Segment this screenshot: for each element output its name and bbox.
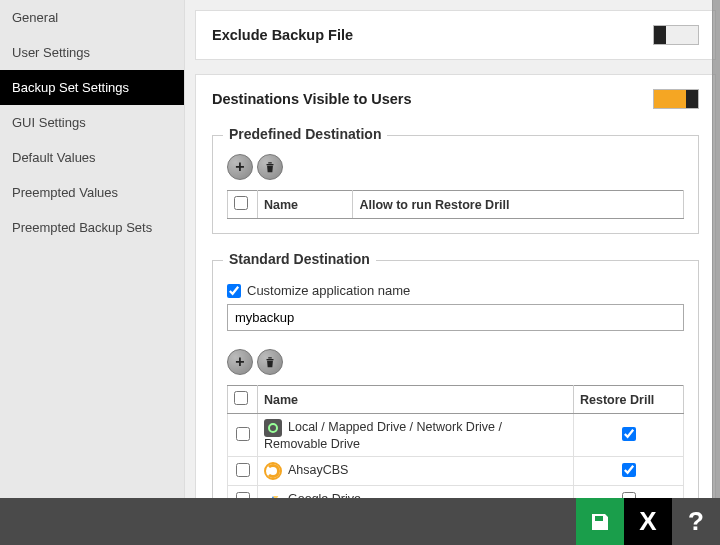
predefined-delete-button[interactable] bbox=[257, 154, 283, 180]
sidebar-item-preempted-values[interactable]: Preempted Values bbox=[0, 175, 184, 210]
sidebar-item-gui-settings[interactable]: GUI Settings bbox=[0, 105, 184, 140]
predefined-name-header: Name bbox=[258, 191, 353, 219]
predefined-table: Name Allow to run Restore Drill bbox=[227, 190, 684, 219]
table-row: Local / Mapped Drive / Network Drive / R… bbox=[228, 414, 684, 457]
standard-add-button[interactable]: + bbox=[227, 349, 253, 375]
close-button[interactable]: X bbox=[624, 498, 672, 545]
settings-sidebar: General User Settings Backup Set Setting… bbox=[0, 0, 185, 498]
predefined-select-all-checkbox[interactable] bbox=[234, 196, 248, 210]
app-name-input[interactable] bbox=[227, 304, 684, 331]
trash-icon bbox=[263, 355, 277, 369]
destinations-title: Destinations Visible to Users bbox=[212, 91, 412, 107]
sidebar-item-general[interactable]: General bbox=[0, 0, 184, 35]
standard-destination-title: Standard Destination bbox=[223, 251, 376, 267]
standard-delete-button[interactable] bbox=[257, 349, 283, 375]
save-icon bbox=[588, 510, 612, 534]
predefined-add-button[interactable]: + bbox=[227, 154, 253, 180]
trash-icon bbox=[263, 160, 277, 174]
destinations-panel: Destinations Visible to Users Predefined… bbox=[195, 74, 716, 498]
customize-app-name-label: Customize application name bbox=[247, 283, 410, 298]
predefined-destination-section: Predefined Destination + Name Allow to r… bbox=[212, 135, 699, 234]
save-button[interactable] bbox=[576, 498, 624, 545]
row-restore-checkbox[interactable] bbox=[622, 463, 636, 477]
scrollbar[interactable] bbox=[712, 0, 720, 498]
row-label: AhsayCBS bbox=[288, 463, 348, 477]
ahsaycbs-icon bbox=[264, 462, 282, 480]
local-drive-icon bbox=[264, 419, 282, 437]
sidebar-item-default-values[interactable]: Default Values bbox=[0, 140, 184, 175]
predefined-destination-title: Predefined Destination bbox=[223, 126, 387, 142]
help-button[interactable]: ? bbox=[672, 498, 720, 545]
exclude-backup-file-panel: Exclude Backup File bbox=[195, 10, 716, 60]
standard-table: Name Restore Drill Local / Mapped Drive … bbox=[227, 385, 684, 498]
exclude-backup-file-toggle[interactable] bbox=[653, 25, 699, 45]
google-drive-icon bbox=[264, 491, 282, 498]
content-area: Exclude Backup File Destinations Visible… bbox=[185, 0, 720, 498]
customize-app-name-checkbox[interactable] bbox=[227, 284, 241, 298]
sidebar-item-user-settings[interactable]: User Settings bbox=[0, 35, 184, 70]
table-row: Google Drive bbox=[228, 486, 684, 499]
row-select-checkbox[interactable] bbox=[236, 463, 250, 477]
standard-select-all-checkbox[interactable] bbox=[234, 391, 248, 405]
row-restore-checkbox[interactable] bbox=[622, 427, 636, 441]
sidebar-item-preempted-backup-sets[interactable]: Preempted Backup Sets bbox=[0, 210, 184, 245]
exclude-backup-file-title: Exclude Backup File bbox=[212, 27, 353, 43]
standard-destination-section: Standard Destination Customize applicati… bbox=[212, 260, 699, 498]
row-select-checkbox[interactable] bbox=[236, 427, 250, 441]
row-label: Local / Mapped Drive / Network Drive / R… bbox=[264, 420, 502, 451]
bottom-toolbar: X ? bbox=[0, 498, 720, 545]
destinations-toggle[interactable] bbox=[653, 89, 699, 109]
standard-restore-header: Restore Drill bbox=[574, 386, 684, 414]
predefined-restore-header: Allow to run Restore Drill bbox=[353, 191, 684, 219]
standard-name-header: Name bbox=[258, 386, 574, 414]
sidebar-item-backup-set-settings[interactable]: Backup Set Settings bbox=[0, 70, 184, 105]
table-row: AhsayCBS bbox=[228, 457, 684, 486]
